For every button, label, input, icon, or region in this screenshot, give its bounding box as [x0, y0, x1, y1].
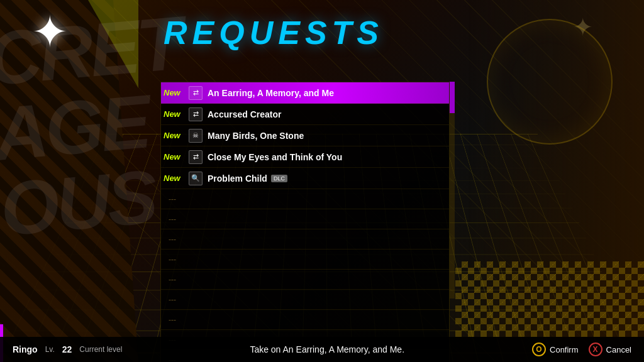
dlc-badge: DLC: [271, 175, 287, 182]
empty-slot-dash: ---: [169, 215, 176, 224]
checkerboard-pattern: [455, 261, 644, 337]
new-badge: New: [164, 131, 186, 140]
room-decoration: [487, 19, 613, 145]
request-type-icon: ☠: [189, 129, 203, 143]
request-type-icon: ⇄: [189, 150, 203, 164]
cancel-icon[interactable]: X: [589, 343, 602, 356]
request-row-7[interactable]: ---: [161, 209, 449, 229]
new-badge: New: [164, 173, 186, 183]
status-bar: Ringo Lv. 22 Current level Take on An Ea…: [0, 337, 644, 362]
request-name: Accursed Creator: [208, 109, 282, 119]
scrollbar-thumb[interactable]: [450, 82, 455, 113]
request-row-9[interactable]: ---: [161, 250, 449, 270]
new-badge: New: [164, 88, 186, 97]
star-burst-icon: [31, 6, 82, 57]
request-type-icon: ⇄: [189, 107, 203, 121]
empty-slot-dash: ---: [169, 315, 176, 324]
player-name: Ringo: [13, 344, 38, 354]
confirm-label: Confirm: [550, 345, 579, 354]
player-level: 22: [62, 344, 72, 354]
request-row-2[interactable]: New⇄Accursed Creator: [161, 104, 449, 125]
empty-slot-dash: ---: [169, 235, 176, 244]
request-row-3[interactable]: New☠Many Birds, One Stone: [161, 125, 449, 146]
request-row-6[interactable]: ---: [161, 189, 449, 209]
empty-slot-dash: ---: [169, 275, 176, 284]
page-title: REQUESTS: [164, 14, 384, 52]
empty-slot-dash: ---: [169, 195, 176, 204]
request-type-icon: ⇄: [189, 86, 203, 100]
request-name: Many Birds, One Stone: [208, 131, 304, 141]
request-row-10[interactable]: ---: [161, 270, 449, 290]
request-row-4[interactable]: New⇄Close My Eyes and Think of You: [161, 146, 449, 168]
confirm-control[interactable]: O Confirm: [532, 343, 579, 356]
current-level-label: Current level: [79, 345, 122, 354]
request-name: Close My Eyes and Think of You: [208, 152, 342, 162]
cancel-control[interactable]: X Cancel: [589, 343, 631, 356]
requests-panel: New⇄An Earring, A Memory, and MeNew⇄Accu…: [160, 82, 450, 362]
confirm-icon[interactable]: O: [532, 343, 546, 356]
request-row-11[interactable]: ---: [161, 290, 449, 310]
request-row-5[interactable]: New🔍Problem ChildDLC: [161, 168, 449, 189]
scrollbar[interactable]: [450, 82, 455, 299]
request-name: An Earring, A Memory, and Me: [208, 88, 334, 98]
new-badge: New: [164, 109, 186, 119]
empty-slot-dash: ---: [169, 295, 176, 304]
request-row-12[interactable]: ---: [161, 310, 449, 330]
bottom-controls: O Confirm X Cancel: [532, 343, 631, 356]
request-type-icon: 🔍: [189, 172, 203, 185]
status-description: Take on An Earring, A Memory, and Me.: [122, 344, 532, 354]
empty-slot-dash: ---: [169, 255, 176, 264]
level-label: Lv.: [45, 345, 55, 354]
new-badge: New: [164, 152, 186, 162]
request-row-1[interactable]: New⇄An Earring, A Memory, and Me: [161, 82, 449, 104]
player-info: Ringo Lv. 22 Current level: [13, 344, 122, 354]
request-row-8[interactable]: ---: [161, 229, 449, 250]
request-name: Problem Child: [208, 173, 267, 184]
cancel-label: Cancel: [606, 345, 631, 354]
